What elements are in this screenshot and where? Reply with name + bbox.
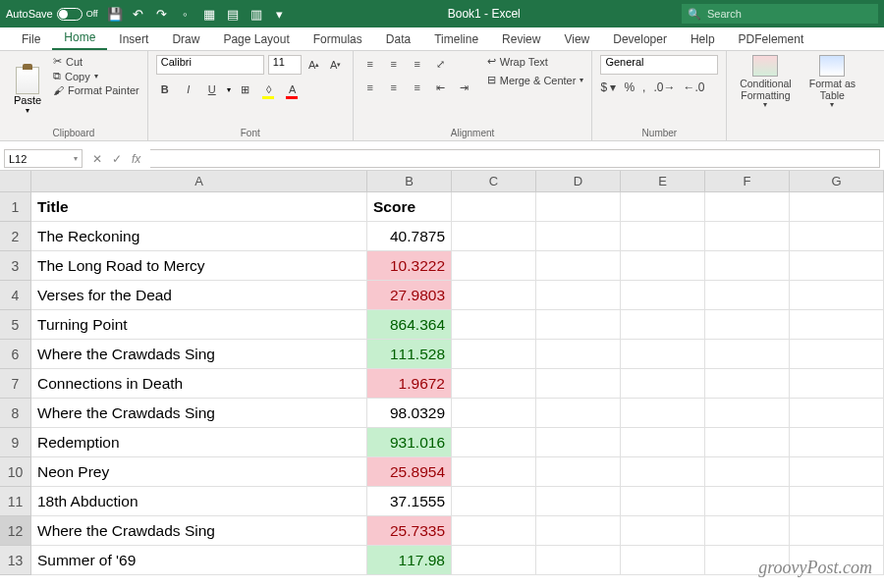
orientation-icon[interactable]: ⤢: [432, 55, 450, 73]
cell[interactable]: [536, 399, 621, 428]
cell[interactable]: [705, 428, 790, 457]
merge-center-button[interactable]: ⊟Merge & Center ▾: [487, 74, 584, 86]
autosave-toggle[interactable]: AutoSave Off: [6, 8, 98, 21]
column-header-E[interactable]: E: [621, 171, 705, 192]
cell[interactable]: 98.0329: [367, 399, 452, 428]
percent-icon[interactable]: %: [624, 80, 635, 94]
tab-help[interactable]: Help: [679, 28, 727, 50]
cell[interactable]: [705, 310, 790, 340]
cell[interactable]: 18th Abduction: [31, 487, 367, 516]
select-all-corner[interactable]: [0, 171, 31, 192]
cell[interactable]: 931.016: [367, 428, 452, 457]
row-header[interactable]: 6: [0, 340, 31, 369]
cell[interactable]: [452, 546, 536, 575]
tab-home[interactable]: Home: [52, 27, 107, 50]
name-box[interactable]: L12 ▾: [4, 149, 83, 168]
cell[interactable]: Where the Crawdads Sing: [31, 399, 367, 428]
cell[interactable]: [452, 340, 536, 369]
save-icon[interactable]: 💾: [108, 7, 122, 21]
cell[interactable]: Connections in Death: [31, 369, 367, 399]
underline-button[interactable]: U: [203, 80, 221, 98]
cell[interactable]: 1.9672: [367, 369, 452, 399]
cell[interactable]: 27.9803: [367, 281, 452, 310]
cell[interactable]: 864.364: [367, 310, 452, 340]
bold-button[interactable]: B: [156, 80, 174, 98]
cell[interactable]: [621, 310, 705, 340]
align-right-icon[interactable]: ≡: [409, 79, 426, 96]
cell[interactable]: The Long Road to Mercy: [31, 251, 367, 281]
format-painter-button[interactable]: 🖌Format Painter: [53, 84, 139, 96]
column-header-A[interactable]: A: [31, 171, 367, 192]
cell[interactable]: [536, 428, 621, 457]
cell[interactable]: [452, 310, 536, 340]
cell[interactable]: Neon Prey: [31, 457, 367, 487]
row-header[interactable]: 7: [0, 369, 31, 399]
cell[interactable]: [621, 399, 705, 428]
cell[interactable]: [452, 487, 536, 516]
font-name-select[interactable]: Calibri: [156, 55, 264, 75]
tab-file[interactable]: File: [10, 28, 52, 50]
spreadsheet-grid[interactable]: ABCDEFG1TitleScore2The Reckoning40.78753…: [0, 171, 884, 575]
row-header[interactable]: 4: [0, 281, 31, 310]
row-header[interactable]: 5: [0, 310, 31, 340]
cell[interactable]: [452, 369, 536, 399]
cell[interactable]: [790, 487, 884, 516]
column-header-C[interactable]: C: [452, 171, 536, 192]
cell[interactable]: [790, 369, 884, 399]
cell[interactable]: [452, 399, 536, 428]
align-left-icon[interactable]: ≡: [361, 79, 379, 96]
cell[interactable]: [705, 251, 790, 281]
cancel-icon[interactable]: ✕: [92, 152, 102, 166]
cell[interactable]: [452, 192, 536, 222]
cell[interactable]: Title: [31, 192, 367, 222]
cell[interactable]: Verses for the Dead: [31, 281, 367, 310]
row-header[interactable]: 2: [0, 222, 31, 251]
column-header-F[interactable]: F: [705, 171, 790, 192]
cell[interactable]: Where the Crawdads Sing: [31, 340, 367, 369]
format-as-table-button[interactable]: Format as Table ▾: [801, 55, 862, 136]
cell[interactable]: 10.3222: [367, 251, 452, 281]
cell[interactable]: [790, 457, 884, 487]
redo-icon[interactable]: ↷: [155, 7, 169, 21]
chevron-down-icon[interactable]: ▾: [227, 85, 231, 94]
cell[interactable]: [705, 457, 790, 487]
cell[interactable]: [621, 457, 705, 487]
cell[interactable]: [705, 516, 790, 546]
cell[interactable]: [705, 192, 790, 222]
cell[interactable]: [705, 222, 790, 251]
cell[interactable]: Redemption: [31, 428, 367, 457]
border-button[interactable]: ⊞: [237, 80, 254, 98]
cell[interactable]: [536, 310, 621, 340]
qat-icon-2[interactable]: ▦: [202, 7, 216, 21]
cell[interactable]: 117.98: [367, 546, 452, 575]
cell[interactable]: [536, 251, 621, 281]
search-box[interactable]: 🔍 Search: [682, 4, 878, 24]
cell[interactable]: [621, 281, 705, 310]
increase-font-icon[interactable]: A▴: [305, 56, 323, 74]
cell[interactable]: Summer of '69: [31, 546, 367, 575]
cell[interactable]: [705, 399, 790, 428]
column-header-B[interactable]: B: [367, 171, 452, 192]
align-middle-icon[interactable]: ≡: [385, 55, 403, 73]
row-header[interactable]: 1: [0, 192, 31, 222]
cut-button[interactable]: ✂Cut: [53, 55, 139, 68]
cell[interactable]: 25.7335: [367, 516, 452, 546]
copy-button[interactable]: ⧉Copy ▾: [53, 70, 139, 82]
enter-icon[interactable]: ✓: [112, 152, 122, 166]
tab-review[interactable]: Review: [490, 28, 552, 50]
align-center-icon[interactable]: ≡: [385, 79, 403, 96]
cell[interactable]: [536, 192, 621, 222]
fx-icon[interactable]: fx: [132, 152, 140, 166]
cell[interactable]: [621, 340, 705, 369]
row-header[interactable]: 10: [0, 457, 31, 487]
decrease-font-icon[interactable]: A▾: [327, 56, 345, 74]
tab-insert[interactable]: Insert: [107, 28, 160, 50]
cell[interactable]: [452, 516, 536, 546]
cell[interactable]: [621, 192, 705, 222]
cell[interactable]: [621, 222, 705, 251]
cell[interactable]: [790, 192, 884, 222]
conditional-formatting-button[interactable]: Conditional Formatting ▾: [735, 55, 796, 136]
row-header[interactable]: 3: [0, 251, 31, 281]
comma-icon[interactable]: ,: [642, 80, 645, 94]
cell[interactable]: [705, 340, 790, 369]
